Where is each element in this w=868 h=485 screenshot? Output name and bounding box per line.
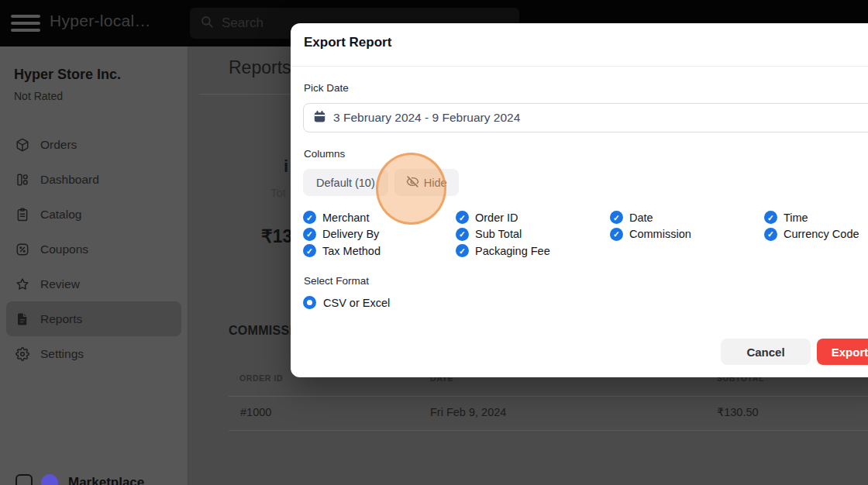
default-columns-button[interactable]: Default (10) xyxy=(303,169,388,196)
table-cell-subtotal: ₹130.50 xyxy=(717,406,759,418)
column-checkbox-merchant[interactable]: Merchant xyxy=(303,211,456,224)
sidebar-item-settings[interactable]: Settings xyxy=(0,336,188,371)
hide-columns-button[interactable]: Hide xyxy=(394,169,459,196)
sidebar-item-label: Catalog xyxy=(40,208,81,222)
app-title: Hyper-local… xyxy=(50,12,151,30)
column-checkbox-commission[interactable]: Commission xyxy=(610,228,764,241)
sidebar-item-catalog[interactable]: Catalog xyxy=(0,197,188,232)
divider xyxy=(291,66,868,67)
checkbox-checked-icon xyxy=(303,211,316,224)
clipboard-icon xyxy=(16,208,29,222)
checkbox-checked-icon xyxy=(456,211,469,224)
cancel-button[interactable]: Cancel xyxy=(721,339,811,365)
app-screen: Hyper-local… Hyper Store Inc. Not Rated … xyxy=(0,0,868,485)
columns-label: Columns xyxy=(304,148,345,160)
divider xyxy=(229,396,868,397)
checkbox-checked-icon xyxy=(764,211,777,224)
sidebar-item-label: Reports xyxy=(40,312,82,326)
sidebar-item-reports[interactable]: Reports xyxy=(6,301,181,336)
marketplace-footer-link[interactable]: Marketplace xyxy=(16,474,144,485)
checkbox-checked-icon xyxy=(610,228,623,241)
column-checkbox-time[interactable]: Time xyxy=(764,211,868,224)
calendar-icon xyxy=(313,110,326,126)
sidebar-item-orders[interactable]: Orders xyxy=(0,127,188,162)
columns-checkbox-grid: Merchant Order ID Date Time Delivery By … xyxy=(303,209,868,260)
sidebar-item-label: Dashboard xyxy=(40,173,99,187)
store-name: Hyper Store Inc. xyxy=(14,67,121,83)
marketplace-logo-icon xyxy=(41,474,58,485)
hide-button-label: Hide xyxy=(424,177,447,189)
divider xyxy=(229,430,868,431)
checkbox-checked-icon xyxy=(764,228,777,241)
radio-selected-icon xyxy=(303,296,316,309)
cube-icon xyxy=(16,138,29,152)
dashboard-icon xyxy=(16,173,29,187)
checkbox-checked-icon xyxy=(303,244,316,257)
checkbox-checked-icon xyxy=(610,211,623,224)
sidebar-item-coupons[interactable]: Coupons xyxy=(0,232,188,267)
file-icon xyxy=(16,312,29,326)
stat-icon-fragment: i xyxy=(284,157,288,177)
table-cell-order-id: #1000 xyxy=(240,406,271,418)
date-range-input[interactable]: 3 February 2024 - 9 February 2024 xyxy=(303,103,868,132)
date-range-value: 3 February 2024 - 9 February 2024 xyxy=(333,111,520,125)
column-checkbox-packaging-fee[interactable]: Packaging Fee xyxy=(456,244,610,257)
hamburger-menu-icon[interactable] xyxy=(11,15,40,32)
gear-icon xyxy=(16,347,29,361)
sidebar-item-label: Coupons xyxy=(40,242,88,256)
column-checkbox-currency-code[interactable]: Currency Code xyxy=(764,228,868,241)
sidebar: Hyper Store Inc. Not Rated Orders Dashbo… xyxy=(0,46,188,485)
column-checkbox-tax-method[interactable]: Tax Method xyxy=(303,244,456,257)
format-radio-csv-excel[interactable]: CSV or Excel xyxy=(303,296,390,309)
stat-label-fragment: Tot xyxy=(270,186,286,199)
eye-off-icon xyxy=(406,175,419,191)
marketplace-label: Marketplace xyxy=(68,475,144,485)
checkbox-checked-icon xyxy=(456,228,469,241)
column-checkbox-sub-total[interactable]: Sub Total xyxy=(456,228,610,241)
export-report-modal: Export Report Pick Date 3 February 2024 … xyxy=(291,23,868,377)
column-checkbox-date[interactable]: Date xyxy=(610,211,764,224)
column-checkbox-order-id[interactable]: Order ID xyxy=(456,211,610,224)
pick-date-label: Pick Date xyxy=(304,82,349,94)
stat-value-fragment: ₹13 xyxy=(261,226,292,247)
sidebar-item-label: Review xyxy=(40,277,80,291)
select-format-label: Select Format xyxy=(304,275,369,287)
sidebar-item-label: Settings xyxy=(40,347,84,361)
star-icon xyxy=(16,277,29,291)
store-rating-status: Not Rated xyxy=(14,90,63,102)
search-icon xyxy=(200,15,214,32)
table-cell-date: Fri Feb 9, 2024 xyxy=(430,406,506,418)
sidebar-item-label: Orders xyxy=(40,138,77,152)
logo-outline-icon xyxy=(16,474,33,485)
sidebar-item-review[interactable]: Review xyxy=(0,267,188,301)
checkbox-checked-icon xyxy=(456,244,469,257)
columns-actions: Default (10) Hide xyxy=(303,169,459,196)
sidebar-item-dashboard[interactable]: Dashboard xyxy=(0,162,188,197)
checkbox-checked-icon xyxy=(303,228,316,241)
modal-title: Export Report xyxy=(304,35,391,50)
page-title: Reports xyxy=(229,57,291,78)
export-button[interactable]: Export xyxy=(817,339,868,365)
column-checkbox-delivery-by[interactable]: Delivery By xyxy=(303,228,456,241)
table-header-order-id: ORDER ID xyxy=(239,373,283,383)
sidebar-nav: Orders Dashboard Catalog Coupons xyxy=(0,127,188,371)
percent-icon xyxy=(16,242,29,256)
